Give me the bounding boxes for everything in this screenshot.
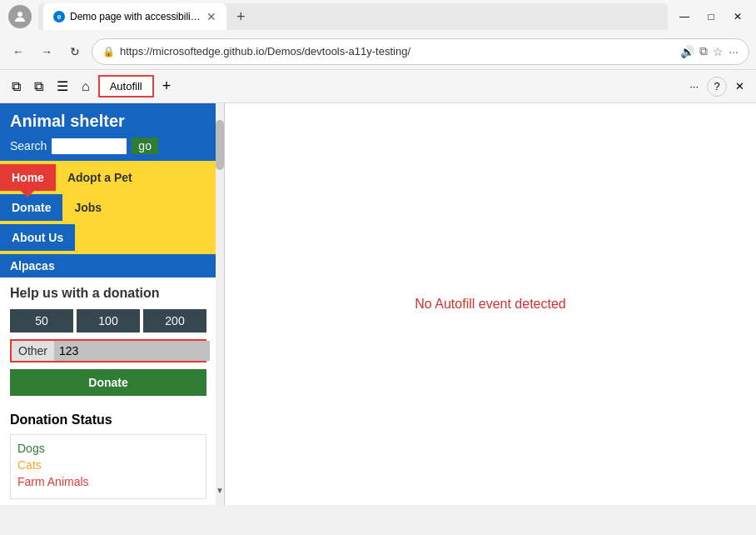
status-cats: Cats: [17, 458, 199, 472]
website-panel: Animal shelter Search go Home Adopt a Pe…: [0, 103, 225, 505]
website-content: Animal shelter Search go Home Adopt a Pe…: [0, 103, 216, 505]
autofill-toolbar: ⧉ ⧉ ☰ ⌂ Autofill + ··· ? ✕: [0, 70, 756, 103]
other-amount-row: Other: [10, 339, 206, 362]
status-farm-animals: Farm Animals: [17, 475, 199, 488]
status-dogs: Dogs: [17, 442, 199, 455]
search-input[interactable]: [52, 138, 127, 154]
minimize-button[interactable]: —: [674, 7, 694, 27]
read-aloud-icon[interactable]: 🔊: [680, 45, 694, 58]
donation-status-section: Donation Status Dogs Cats Farm Animals: [0, 404, 216, 505]
home-icon[interactable]: ⌂: [77, 78, 95, 96]
more-icon[interactable]: ···: [729, 45, 739, 58]
help-button[interactable]: ?: [707, 77, 727, 97]
scrollbar[interactable]: ▼: [216, 103, 224, 505]
address-bar[interactable]: 🔒 https://microsoftedge.github.io/Demos/…: [92, 38, 749, 65]
donation-title: Help us with a donation: [10, 286, 206, 301]
amount-100-button[interactable]: 100: [77, 309, 140, 332]
tab-close-icon[interactable]: ✕: [206, 10, 216, 23]
search-button[interactable]: go: [132, 138, 158, 154]
nav-row-3: About Us: [0, 224, 216, 251]
donation-section: Help us with a donation 50 100 200 Other…: [0, 278, 216, 404]
nav-about[interactable]: About Us: [0, 224, 75, 251]
forward-button[interactable]: →: [35, 40, 58, 63]
site-header: Animal shelter Search go: [0, 103, 216, 161]
no-autofill-message: No Autofill event detected: [415, 297, 565, 312]
site-search: Search go: [10, 138, 206, 154]
nav-row-1: Home Adopt a Pet: [0, 164, 216, 191]
site-nav: Home Adopt a Pet Donate Jobs About Us: [0, 161, 216, 254]
more-tools-button[interactable]: ···: [684, 77, 704, 96]
search-label: Search: [10, 139, 47, 152]
autofill-tab-label: Autofill: [110, 80, 142, 92]
profile-icon[interactable]: [8, 5, 32, 28]
amount-buttons: 50 100 200: [10, 309, 206, 332]
sidebar-icon[interactable]: ☰: [52, 77, 73, 96]
nav-jobs[interactable]: Jobs: [62, 194, 113, 221]
autofill-toolbar-right: ··· ? ✕: [684, 77, 749, 97]
scroll-down-arrow[interactable]: ▼: [216, 483, 224, 497]
autofill-add-button[interactable]: +: [157, 76, 177, 97]
close-panel-button[interactable]: ✕: [730, 77, 749, 96]
lock-icon: 🔒: [102, 46, 115, 58]
nav-home[interactable]: Home: [0, 164, 56, 191]
other-label: Other: [12, 341, 54, 361]
title-bar: e Demo page with accessibility issu ✕ + …: [0, 0, 756, 33]
alpacas-banner: Alpacas: [0, 254, 216, 278]
favorites-icon[interactable]: ☆: [713, 45, 724, 58]
close-button[interactable]: ✕: [728, 7, 748, 27]
screen-cast-icon[interactable]: ⧉: [7, 78, 26, 96]
donation-status-title: Donation Status: [10, 412, 206, 428]
split-view-icon[interactable]: ⧉: [29, 78, 48, 96]
window-controls: — □ ✕: [674, 7, 748, 27]
address-text: https://microsoftedge.github.io/Demos/de…: [120, 45, 675, 58]
amount-50-button[interactable]: 50: [10, 309, 73, 332]
nav-bar: ← → ↻ 🔒 https://microsoftedge.github.io/…: [0, 33, 756, 70]
amount-200-button[interactable]: 200: [143, 309, 206, 332]
tab-favicon: e: [53, 11, 65, 22]
donate-button[interactable]: Donate: [10, 369, 206, 396]
autofill-panel: No Autofill event detected: [225, 103, 756, 505]
browser-tab[interactable]: e Demo page with accessibility issu ✕: [43, 3, 226, 30]
split-screen-icon[interactable]: ⧉: [699, 44, 708, 58]
refresh-button[interactable]: ↻: [63, 40, 87, 63]
donation-status-list: Dogs Cats Farm Animals: [10, 434, 206, 499]
site-title: Animal shelter: [10, 112, 206, 131]
new-tab-button[interactable]: +: [230, 5, 252, 29]
nav-donate[interactable]: Donate: [0, 194, 62, 221]
main-content: Animal shelter Search go Home Adopt a Pe…: [0, 103, 756, 505]
maximize-button[interactable]: □: [701, 7, 721, 27]
svg-point-0: [17, 12, 22, 17]
other-amount-input[interactable]: [54, 341, 210, 361]
scrollbar-thumb[interactable]: [216, 120, 224, 170]
nav-adopt[interactable]: Adopt a Pet: [56, 164, 144, 191]
tab-title: Demo page with accessibility issu: [70, 11, 201, 22]
back-button[interactable]: ←: [7, 40, 30, 63]
autofill-tab[interactable]: Autofill: [98, 75, 154, 98]
